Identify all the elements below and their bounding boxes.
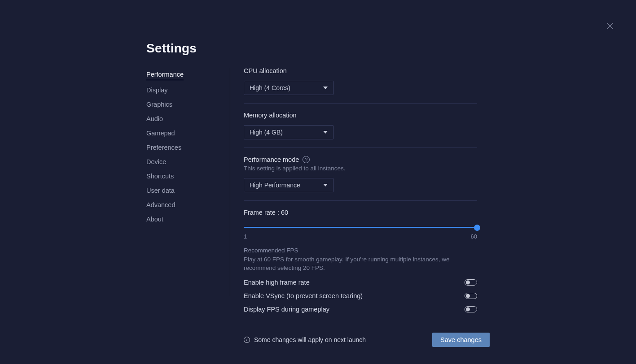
sidebar: Performance Display Graphics Audio Gamep… xyxy=(146,70,223,224)
slider-track xyxy=(244,227,477,228)
sidebar-item-performance[interactable]: Performance xyxy=(146,70,184,80)
recommended-fps-label: Recommended FPS xyxy=(244,247,477,254)
divider xyxy=(244,200,477,201)
sidebar-item-user-data[interactable]: User data xyxy=(146,186,175,195)
chevron-down-icon xyxy=(323,87,328,89)
enable-high-frame-label: Enable high frame rate xyxy=(244,279,310,286)
performance-mode-select[interactable]: High Performance xyxy=(244,178,333,192)
vertical-divider xyxy=(230,68,230,296)
sidebar-item-audio[interactable]: Audio xyxy=(146,114,163,123)
display-fps-toggle[interactable] xyxy=(465,306,477,312)
cpu-allocation-label: CPU allocation xyxy=(244,67,477,74)
close-icon[interactable] xyxy=(605,22,614,30)
info-icon: i xyxy=(244,337,250,343)
sidebar-item-device[interactable]: Device xyxy=(146,157,166,166)
enable-vsync-toggle[interactable] xyxy=(465,293,477,299)
cpu-allocation-value: High (4 Cores) xyxy=(250,84,290,91)
page-title: Settings xyxy=(146,41,197,56)
sidebar-item-gamepad[interactable]: Gamepad xyxy=(146,129,175,138)
chevron-down-icon xyxy=(323,184,328,186)
enable-high-frame-toggle[interactable] xyxy=(465,279,477,286)
slider-thumb[interactable] xyxy=(474,225,480,231)
frame-rate-min: 1 xyxy=(244,233,247,240)
memory-allocation-label: Memory allocation xyxy=(244,112,477,119)
help-icon[interactable]: ? xyxy=(303,156,310,163)
performance-mode-label: Performance mode xyxy=(244,156,299,163)
save-changes-button[interactable]: Save changes xyxy=(432,333,490,347)
frame-rate-label: Frame rate : 60 xyxy=(244,209,477,216)
frame-rate-max: 60 xyxy=(471,233,477,240)
sidebar-item-advanced[interactable]: Advanced xyxy=(146,200,175,209)
sidebar-item-preferences[interactable]: Preferences xyxy=(146,143,181,152)
frame-rate-slider[interactable] xyxy=(244,222,477,233)
sidebar-item-shortcuts[interactable]: Shortcuts xyxy=(146,172,174,181)
cpu-allocation-select[interactable]: High (4 Cores) xyxy=(244,81,333,95)
memory-allocation-select[interactable]: High (4 GB) xyxy=(244,125,333,139)
display-fps-label: Display FPS during gameplay xyxy=(244,306,329,313)
sidebar-item-about[interactable]: About xyxy=(146,215,163,224)
settings-content: CPU allocation High (4 Cores) Memory all… xyxy=(244,67,477,347)
memory-allocation-value: High (4 GB) xyxy=(250,129,283,136)
performance-mode-hint: This setting is applied to all instances… xyxy=(244,165,477,172)
sidebar-item-graphics[interactable]: Graphics xyxy=(146,100,172,109)
performance-mode-value: High Performance xyxy=(250,182,300,189)
footer-info: Some changes will apply on next launch xyxy=(254,336,366,343)
recommended-fps-hint: Play at 60 FPS for smooth gameplay. If y… xyxy=(244,256,477,273)
divider xyxy=(244,103,477,104)
enable-vsync-label: Enable VSync (to prevent screen tearing) xyxy=(244,292,363,299)
sidebar-item-display[interactable]: Display xyxy=(146,86,168,95)
divider xyxy=(244,147,477,148)
chevron-down-icon xyxy=(323,131,328,134)
